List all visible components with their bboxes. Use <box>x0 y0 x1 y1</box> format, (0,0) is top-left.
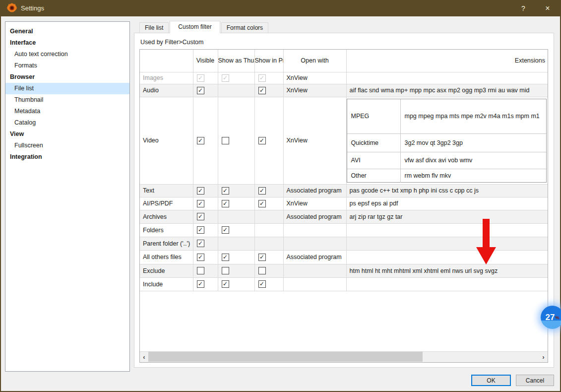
format-name: Other <box>347 169 401 183</box>
category-label: Text <box>140 184 193 197</box>
extensions-value: arj zip rar tgz gz tar <box>346 210 548 223</box>
visible-checkbox[interactable]: ✓ <box>197 200 204 207</box>
tab-file-list[interactable]: File list <box>139 22 169 33</box>
category-label: Include <box>140 277 193 291</box>
horizontal-scrollbar[interactable]: ‹ › <box>140 351 548 362</box>
settings-dialog: Settings ? × GeneralInterfaceAuto text c… <box>0 0 561 392</box>
sidebar-item-catalog[interactable]: Catalog <box>5 117 129 129</box>
extensions-value: pas gcode c++ txt xmp h php ini css c cp… <box>346 184 548 197</box>
table-row-exclude[interactable]: Excludehtm html ht mht mhtml xml xhtml e… <box>140 264 548 277</box>
preview-checkbox[interactable]: ✓ <box>258 200 266 207</box>
subtable-row-avi[interactable]: AVIvfw asf divx avi vob wmv <box>347 152 547 169</box>
visible-checkbox[interactable]: ✓ <box>197 187 204 195</box>
open-with-value: XnView <box>283 72 346 84</box>
table-row-audio[interactable]: Audio✓✓XnViewaif flac snd wma mp+ mpp mp… <box>140 84 548 97</box>
open-with-value <box>283 277 346 291</box>
sidebar-item-formats[interactable]: Formats <box>5 60 129 71</box>
table-row-include[interactable]: Include✓✓✓ <box>140 277 548 291</box>
open-with-value: Associated program <box>283 184 346 197</box>
thumbnail-cell <box>218 237 254 250</box>
thumbnail-cell: ✓ <box>218 197 254 210</box>
visible-checkbox[interactable]: ✓ <box>197 254 204 261</box>
sidebar-item-thumbnail[interactable]: Thumbnail <box>5 94 129 106</box>
sidebar-item-integration[interactable]: Integration <box>5 151 129 163</box>
col-header-extensions: Extensions <box>346 50 548 72</box>
thumbnail-cell <box>218 264 254 277</box>
visible-cell: ✓ <box>193 277 218 291</box>
open-with-value <box>283 223 346 237</box>
thumbnail-checkbox: ✓ <box>222 74 229 82</box>
subtable-row-quicktime[interactable]: Quicktime3g2 mov qt 3gp2 3gp <box>347 134 547 152</box>
preview-cell: ✓ <box>254 277 283 291</box>
preview-checkbox[interactable]: ✓ <box>258 254 266 261</box>
preview-checkbox[interactable]: ✓ <box>258 187 266 195</box>
extensions-value: htm html ht mht mhtml xml xhtml eml nws … <box>346 264 548 277</box>
category-label: All others files <box>140 250 193 264</box>
visible-checkbox[interactable] <box>197 267 204 274</box>
sidebar-item-general[interactable]: General <box>5 26 129 37</box>
help-button[interactable]: ? <box>512 0 535 16</box>
table-row-ai-ps-pdf[interactable]: AI/PS/PDF✓✓✓XnViewps epsf eps ai pdf <box>140 197 548 210</box>
thumbnail-checkbox[interactable]: ✓ <box>222 187 229 195</box>
table-caption: Used by Filter>Custom <box>140 39 203 46</box>
subtable-row-mpeg[interactable]: MPEGmpg mpeg mpa mts mpe m2v m4a m1s mpm… <box>347 99 547 134</box>
category-label: Audio <box>140 84 193 97</box>
window-title: Settings <box>21 0 44 16</box>
title-bar: Settings ? × <box>0 0 561 16</box>
open-with-value: XnView <box>283 84 346 97</box>
thumbnail-cell <box>218 97 254 184</box>
visible-checkbox[interactable]: ✓ <box>197 240 204 247</box>
thumbnail-cell: ✓ <box>218 184 254 197</box>
preview-checkbox: ✓ <box>258 74 266 82</box>
thumbnail-checkbox[interactable] <box>222 137 229 144</box>
subtable-row-other[interactable]: Otherrm webm flv mkv <box>347 169 547 183</box>
sidebar-item-interface[interactable]: Interface <box>5 37 129 49</box>
visible-checkbox[interactable]: ✓ <box>197 87 204 94</box>
visible-checkbox[interactable]: ✓ <box>197 137 204 144</box>
preview-cell: ✓ <box>254 72 283 84</box>
dialog-body: GeneralInterfaceAuto text correctionForm… <box>1 16 560 391</box>
table-row-text[interactable]: Text✓✓✓Associated programpas gcode c++ t… <box>140 184 548 197</box>
category-label: Folders <box>140 223 193 237</box>
badge-value: 27 <box>546 313 555 323</box>
thumbnail-checkbox[interactable] <box>222 267 229 274</box>
table-row-video[interactable]: Video✓✓XnViewMPEGmpg mpeg mpa mts mpe m2… <box>140 97 548 184</box>
scrollbar-thumb[interactable] <box>148 352 423 362</box>
cancel-button[interactable]: Cancel <box>516 375 554 386</box>
preview-checkbox[interactable]: ✓ <box>258 280 266 288</box>
preview-cell: ✓ <box>254 97 283 184</box>
preview-cell: ✓ <box>254 84 283 97</box>
visible-cell: ✓ <box>193 72 218 84</box>
thumbnail-checkbox[interactable]: ✓ <box>222 280 229 288</box>
sidebar-item-metadata[interactable]: Metadata <box>5 106 129 117</box>
sidebar-item-file-list[interactable]: File list <box>5 83 129 94</box>
ok-button[interactable]: OK <box>471 375 511 386</box>
preview-checkbox[interactable] <box>258 267 266 274</box>
close-button[interactable]: × <box>536 0 559 16</box>
preview-checkbox[interactable]: ✓ <box>258 87 266 94</box>
preview-cell: ✓ <box>254 250 283 264</box>
format-extensions: mpg mpeg mpa mts mpe m2v m4a m1s mpm m1 <box>401 99 547 133</box>
visible-checkbox[interactable]: ✓ <box>197 280 204 288</box>
xnview-logo-icon <box>6 2 17 13</box>
sidebar-item-view[interactable]: View <box>5 129 129 140</box>
tab-custom-filter[interactable]: Custom filter <box>170 21 220 33</box>
tab-format-colors[interactable]: Format colors <box>221 22 268 33</box>
thumbnail-checkbox[interactable]: ✓ <box>222 200 229 207</box>
visible-cell: ✓ <box>193 84 218 97</box>
extensions-value <box>346 250 548 264</box>
preview-checkbox[interactable]: ✓ <box>258 137 266 144</box>
format-extensions: rm webm flv mkv <box>401 169 547 183</box>
scroll-left-icon[interactable]: ‹ <box>140 352 148 362</box>
thumbnail-checkbox[interactable]: ✓ <box>222 254 229 261</box>
thumbnail-checkbox[interactable]: ✓ <box>222 226 229 234</box>
visible-cell: ✓ <box>193 97 218 184</box>
sidebar-item-fullscreen[interactable]: Fullscreen <box>5 140 129 151</box>
extensions-value: aif flac snd wma mp+ mpp mpc asx mp2 ogg… <box>346 84 548 97</box>
visible-checkbox[interactable]: ✓ <box>197 226 204 234</box>
sidebar-item-browser[interactable]: Browser <box>5 71 129 83</box>
visible-checkbox[interactable]: ✓ <box>197 213 204 220</box>
scroll-right-icon[interactable]: › <box>539 352 548 362</box>
sidebar-item-auto-text-correction[interactable]: Auto text correction <box>5 49 129 60</box>
table-row-images[interactable]: Images✓✓✓XnView <box>140 72 548 84</box>
